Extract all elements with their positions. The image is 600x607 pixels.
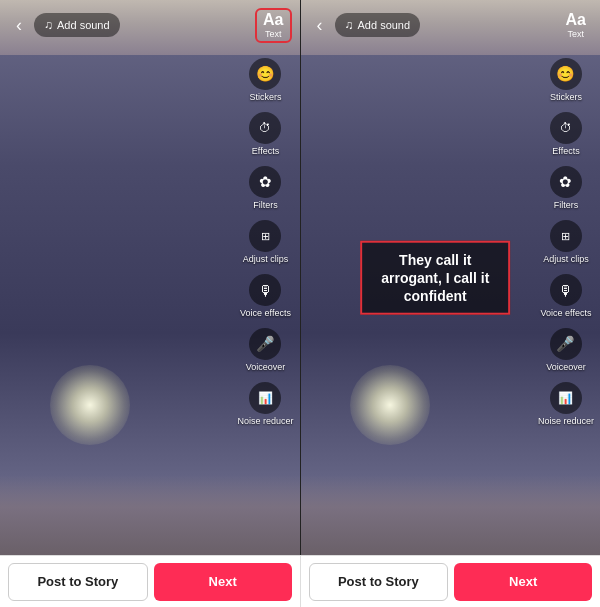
- left-light-glow: [50, 365, 130, 445]
- left-voice-effects-label: Voice effects: [240, 308, 291, 318]
- left-stickers-button[interactable]: 😊 Stickers: [249, 55, 281, 105]
- left-add-sound-label: Add sound: [57, 19, 110, 31]
- right-noise-reducer-label: Noise reducer: [538, 416, 594, 426]
- right-effects-button[interactable]: ⏱ Effects: [550, 109, 582, 159]
- right-text-overlay[interactable]: They call it arrogant, I call it confide…: [360, 240, 510, 315]
- right-voice-effects-icon: 🎙: [550, 274, 582, 306]
- right-top-bar: ‹ ♫ Add sound Aa Text: [301, 0, 601, 50]
- right-noise-reducer-icon: 📊: [550, 382, 582, 414]
- left-text-label: Text: [265, 29, 282, 39]
- left-filters-icon: ✿: [249, 166, 281, 198]
- left-voice-effects-button[interactable]: 🎙 Voice effects: [240, 271, 291, 321]
- left-post-to-story-button[interactable]: Post to Story: [8, 563, 148, 601]
- bottom-bar: Post to Story Next Post to Story Next: [0, 555, 600, 607]
- left-voice-effects-icon: 🎙: [249, 274, 281, 306]
- left-noise-reducer-button[interactable]: 📊 Noise reducer: [237, 379, 293, 429]
- left-text-button[interactable]: Aa Text: [255, 8, 291, 43]
- right-voiceover-label: Voiceover: [546, 362, 586, 372]
- right-filters-icon: ✿: [550, 166, 582, 198]
- right-post-to-story-button[interactable]: Post to Story: [309, 563, 449, 601]
- right-stickers-icon: 😊: [550, 58, 582, 90]
- right-back-button[interactable]: ‹: [309, 11, 331, 40]
- right-adjust-clips-button[interactable]: ⊞ Adjust clips: [543, 217, 589, 267]
- right-panel: ‹ ♫ Add sound Aa Text They call it arrog…: [301, 0, 601, 555]
- right-text-aa: Aa: [566, 12, 586, 28]
- right-next-button[interactable]: Next: [454, 563, 592, 601]
- left-adjust-clips-label: Adjust clips: [243, 254, 289, 264]
- right-voiceover-button[interactable]: 🎤 Voiceover: [546, 325, 586, 375]
- right-voiceover-icon: 🎤: [550, 328, 582, 360]
- left-bottom-bar: Post to Story Next: [0, 556, 301, 607]
- right-filters-button[interactable]: ✿ Filters: [550, 163, 582, 213]
- left-stickers-icon: 😊: [249, 58, 281, 90]
- right-filters-label: Filters: [554, 200, 579, 210]
- right-adjust-clips-icon: ⊞: [550, 220, 582, 252]
- right-effects-label: Effects: [552, 146, 579, 156]
- left-add-sound-button[interactable]: ♫ Add sound: [34, 13, 120, 37]
- right-voice-effects-button[interactable]: 🎙 Voice effects: [541, 271, 592, 321]
- left-music-icon: ♫: [44, 18, 53, 32]
- left-effects-icon: ⏱: [249, 112, 281, 144]
- left-stickers-label: Stickers: [249, 92, 281, 102]
- left-noise-reducer-label: Noise reducer: [237, 416, 293, 426]
- left-filters-button[interactable]: ✿ Filters: [249, 163, 281, 213]
- left-top-bar: ‹ ♫ Add sound Aa Text: [0, 0, 300, 50]
- right-bottom-bar: Post to Story Next: [301, 556, 601, 607]
- right-adjust-clips-label: Adjust clips: [543, 254, 589, 264]
- right-stickers-label: Stickers: [550, 92, 582, 102]
- panels-container: ‹ ♫ Add sound Aa Text 😊 Stickers ⏱ Effec…: [0, 0, 600, 555]
- left-panel: ‹ ♫ Add sound Aa Text 😊 Stickers ⏱ Effec…: [0, 0, 301, 555]
- right-effects-icon: ⏱: [550, 112, 582, 144]
- left-effects-button[interactable]: ⏱ Effects: [249, 109, 281, 159]
- right-light-glow: [350, 365, 430, 445]
- left-back-button[interactable]: ‹: [8, 11, 30, 40]
- right-voice-effects-label: Voice effects: [541, 308, 592, 318]
- left-next-button[interactable]: Next: [154, 563, 292, 601]
- left-text-aa: Aa: [263, 12, 283, 28]
- left-adjust-clips-icon: ⊞: [249, 220, 281, 252]
- left-voiceover-label: Voiceover: [246, 362, 286, 372]
- right-text-label: Text: [568, 29, 585, 39]
- left-filters-label: Filters: [253, 200, 278, 210]
- left-noise-reducer-icon: 📊: [249, 382, 281, 414]
- right-noise-reducer-button[interactable]: 📊 Noise reducer: [538, 379, 594, 429]
- right-side-toolbar: 😊 Stickers ⏱ Effects ✿ Filters ⊞ Adjust …: [538, 55, 594, 429]
- right-add-sound-button[interactable]: ♫ Add sound: [335, 13, 421, 37]
- left-voiceover-button[interactable]: 🎤 Voiceover: [246, 325, 286, 375]
- left-voiceover-icon: 🎤: [249, 328, 281, 360]
- left-adjust-clips-button[interactable]: ⊞ Adjust clips: [243, 217, 289, 267]
- right-stickers-button[interactable]: 😊 Stickers: [550, 55, 582, 105]
- left-side-toolbar: 😊 Stickers ⏱ Effects ✿ Filters ⊞ Adjust …: [237, 55, 293, 429]
- right-add-sound-label: Add sound: [358, 19, 411, 31]
- right-music-icon: ♫: [345, 18, 354, 32]
- right-text-button[interactable]: Aa Text: [560, 8, 592, 43]
- left-effects-label: Effects: [252, 146, 279, 156]
